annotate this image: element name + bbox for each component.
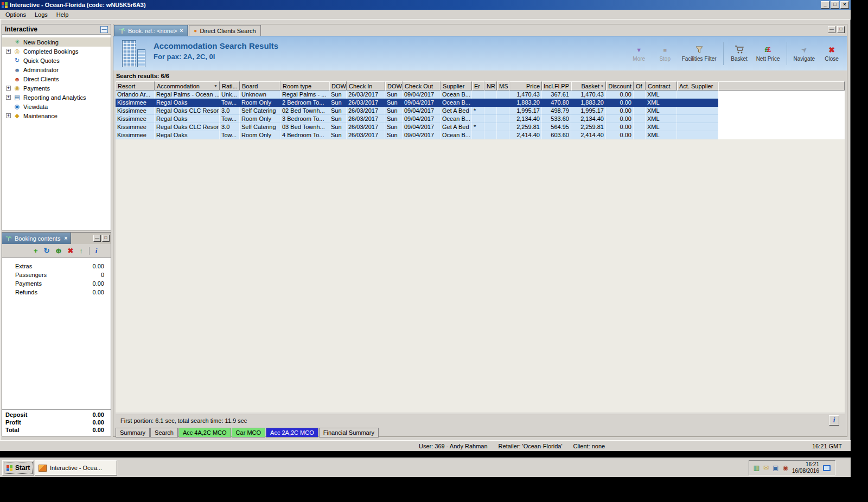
- facilities-filter-button[interactable]: Facilities Filter: [679, 44, 719, 63]
- menu-help[interactable]: Help: [52, 11, 73, 18]
- maximize-button[interactable]: □: [831, 1, 839, 9]
- palm-icon: [5, 235, 12, 242]
- column-header-price[interactable]: Price: [509, 81, 542, 91]
- booking-contents-tab[interactable]: Booking contents ×: [2, 233, 71, 244]
- bottom-tab-acc-2a2c-mco[interactable]: Acc 2A,2C MCO: [266, 428, 318, 437]
- result-row[interactable]: KissimmeeRegal OaksTow...Room Only4 Bedr…: [116, 131, 845, 139]
- nett-price-button[interactable]: ££ Nett Price: [754, 44, 783, 63]
- tree-expander-icon[interactable]: +: [6, 49, 11, 54]
- column-header-act-supplier[interactable]: Act. Supplier: [677, 81, 718, 91]
- booking-contents-row[interactable]: Passengers 0: [2, 271, 111, 280]
- column-header-ms[interactable]: MS: [497, 81, 509, 91]
- result-row[interactable]: KissimmeeRegal Oaks CLC Resort3.0Self Ca…: [116, 123, 845, 131]
- app-window: Interactive - Ocean-Florida (code: wNU5K…: [0, 0, 851, 451]
- sidebar-item-viewdata[interactable]: ◉ Viewdata: [2, 102, 111, 111]
- sidebar-item-completed-bookings[interactable]: + ◎ Completed Bookings: [2, 47, 111, 56]
- basket-button[interactable]: Basket: [727, 44, 751, 63]
- sidebar-item-new-booking[interactable]: ✳ New Booking: [2, 37, 111, 47]
- column-header-dow-out[interactable]: DOW: [385, 81, 403, 91]
- result-row[interactable]: Orlando Ar...Regal Palms - Ocean ...Unk.…: [116, 91, 845, 99]
- mdi-minimize-button[interactable]: —: [828, 26, 835, 33]
- tree-expander-icon[interactable]: +: [6, 113, 11, 118]
- column-header-rating[interactable]: Rati...: [220, 81, 240, 91]
- tab-booking-ref[interactable]: Book. ref.: <none> ×: [114, 25, 188, 36]
- cell-dow-out: Sun: [385, 115, 403, 123]
- column-header-check-in[interactable]: Check In: [347, 81, 385, 91]
- bottom-tab-financial-summary[interactable]: Financial Summary: [319, 428, 379, 437]
- globe-refresh-icon[interactable]: ↻: [44, 247, 50, 255]
- tab-close-icon[interactable]: ×: [180, 28, 183, 34]
- cell-board: Room Only: [240, 99, 280, 107]
- column-filter-icon[interactable]: ▼: [214, 84, 218, 88]
- menu-options[interactable]: Options: [1, 11, 30, 18]
- start-button[interactable]: Start: [2, 460, 34, 475]
- tray-status-icon[interactable]: ◉: [782, 465, 788, 471]
- sidebar-item-payments[interactable]: + ◉ Payments: [2, 83, 111, 93]
- column-header-room-type[interactable]: Room type: [280, 81, 329, 91]
- column-header-board[interactable]: Board: [240, 81, 280, 91]
- tab-direct-clients-search[interactable]: ● Direct Clients Search: [189, 25, 260, 36]
- column-header-supplier[interactable]: Supplier: [441, 81, 472, 91]
- booking-row-value: 0.00: [93, 263, 104, 271]
- column-header-resort[interactable]: Resort: [116, 81, 155, 91]
- tray-display-icon[interactable]: ▣: [773, 465, 778, 471]
- column-header-discount[interactable]: Discount: [606, 81, 634, 91]
- column-header-incl-fl-pp[interactable]: Incl.Fl.PP: [542, 81, 571, 91]
- booking-row-value: 0: [101, 272, 104, 279]
- booking-contents-row[interactable]: Extras 0.00: [2, 262, 111, 271]
- navigate-button[interactable]: ➤ Navigate: [791, 44, 818, 63]
- cell-check-in: 26/03/2017: [347, 99, 385, 107]
- column-header-dow-in[interactable]: DOW: [329, 81, 347, 91]
- add-icon[interactable]: +: [34, 247, 38, 255]
- info-icon[interactable]: i: [89, 247, 98, 255]
- menu-logs[interactable]: Logs: [30, 11, 52, 18]
- taskbar-app-button[interactable]: Interactive - Ocea...: [35, 460, 117, 475]
- delete-icon[interactable]: ✖: [67, 247, 73, 255]
- bottom-tab-acc-4a2c-mco[interactable]: Acc 4A,2C MCO: [178, 428, 231, 437]
- booking-contents-row[interactable]: Payments 0.00: [2, 280, 111, 288]
- cell-resort: Kissimmee: [116, 107, 155, 115]
- cell-er: [472, 115, 484, 123]
- panel-collapse-button[interactable]: —: [100, 26, 108, 33]
- column-header-accommodation[interactable]: Accommodation▼: [155, 81, 220, 91]
- result-row[interactable]: KissimmeeRegal OaksTow...Room Only3 Bedr…: [116, 115, 845, 123]
- tree-expander-icon[interactable]: +: [6, 95, 11, 100]
- minimize-button[interactable]: _: [821, 1, 829, 9]
- tray-mail-icon[interactable]: ✉: [763, 465, 769, 471]
- sidebar-item-reporting-and-analytics[interactable]: + ▤ Reporting and Analytics: [2, 93, 111, 102]
- sidebar-item-quick-quotes[interactable]: ↻ Quick Quotes: [2, 56, 111, 65]
- desktop-background: [851, 0, 868, 502]
- bottom-tab-car-mco[interactable]: Car MCO: [232, 428, 265, 437]
- sidebar-item-direct-clients[interactable]: ☻ Direct Clients: [2, 74, 111, 83]
- info-button[interactable]: i: [829, 415, 839, 426]
- result-row[interactable]: KissimmeeRegal OaksTow...Room Only2 Bedr…: [116, 99, 845, 107]
- sidebar-item-administrator[interactable]: ☻ Administrator: [2, 65, 111, 74]
- column-header-basket[interactable]: Basket▼: [571, 81, 606, 91]
- sidebar-item-maintenance[interactable]: + ◆ Maintenance: [2, 111, 111, 120]
- tray-chart-icon[interactable]: ▥: [754, 465, 760, 471]
- close-button[interactable]: ×: [840, 1, 849, 9]
- column-header-of[interactable]: Of: [634, 81, 646, 91]
- result-row[interactable]: KissimmeeRegal Oaks CLC Resort3.0Self Ca…: [116, 107, 845, 115]
- bottom-tab-search[interactable]: Search: [150, 428, 178, 437]
- booking-panel-minimize-button[interactable]: —: [93, 235, 101, 242]
- column-header-nr[interactable]: NR: [484, 81, 497, 91]
- transfer-up-icon[interactable]: ↑: [79, 247, 83, 255]
- header-toolbar: ▼ More ■ Stop Facilities Filter: [627, 38, 844, 68]
- column-header-check-out[interactable]: Check Out: [403, 81, 441, 91]
- toolbar-separator: [787, 42, 787, 65]
- completed-bookings-icon: ◎: [13, 48, 21, 55]
- column-header-contract[interactable]: Contract: [646, 81, 677, 91]
- mdi-restore-button[interactable]: □: [837, 26, 845, 33]
- tree-expander-icon[interactable]: +: [6, 86, 11, 91]
- bottom-tab-summary[interactable]: Summary: [116, 428, 150, 437]
- tray-time: 16:21: [806, 461, 819, 468]
- cell-check-out: 09/04/2017: [403, 91, 441, 99]
- network-monitor-icon[interactable]: [823, 465, 831, 471]
- booking-contents-close-icon[interactable]: ×: [64, 235, 67, 241]
- column-header-er[interactable]: Er: [472, 81, 484, 91]
- close-view-button[interactable]: ✖ Close: [820, 44, 844, 63]
- booking-contents-row[interactable]: Refunds 0.00: [2, 288, 111, 297]
- booking-panel-float-button[interactable]: □: [102, 235, 110, 242]
- add-to-basket-icon[interactable]: ⊕: [56, 247, 62, 255]
